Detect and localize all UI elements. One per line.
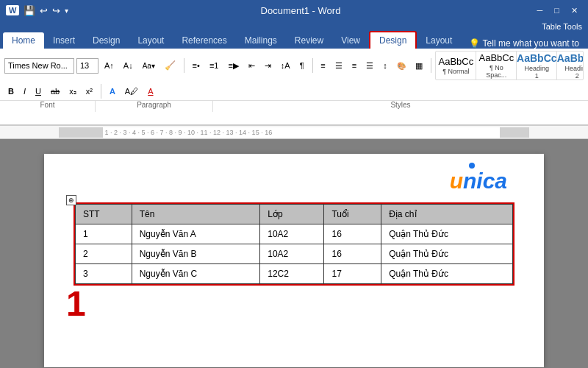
text-highlight-button[interactable]: A🖊 xyxy=(121,84,142,99)
tab-insert[interactable]: Insert xyxy=(44,32,84,49)
tab-layout2[interactable]: Layout xyxy=(417,32,461,49)
align-left-button[interactable]: ≡ xyxy=(317,58,329,73)
style-nospace[interactable]: AaBbCc ¶ No Spac... xyxy=(476,52,517,79)
ruler-numbers: 1 · 2 · 3 · 4 · 5 · 6 · 7 · 8 · 9 · 10 ·… xyxy=(103,129,272,136)
quick-undo-icon[interactable]: ↩ xyxy=(40,5,48,16)
paragraph-group-label: Paragraph xyxy=(96,101,213,112)
tell-me-area[interactable]: 💡 Tell me what you want to xyxy=(461,38,585,49)
tab-design2[interactable]: Design xyxy=(369,31,417,49)
tab-design[interactable]: Design xyxy=(84,32,129,49)
style-heading1[interactable]: AaBbCc Heading 1 xyxy=(517,52,557,79)
font-color-button[interactable]: A xyxy=(144,84,157,99)
customize-icon[interactable]: ▾ xyxy=(65,7,68,15)
increase-indent-button[interactable]: ⇥ xyxy=(261,58,275,73)
style-normal[interactable]: AaBbCc ¶ Normal xyxy=(436,52,476,79)
clear-format-button[interactable]: 🧹 xyxy=(161,58,179,73)
subscript-button[interactable]: x₂ xyxy=(65,84,80,99)
ribbon: A↑ A↓ Aa▾ 🧹 ≡• ≡1 ≡▶ ⇤ ⇥ ↕A ¶ ≡ ☰ ≡ ☰ ↕ … xyxy=(0,49,588,126)
italic-button[interactable]: I xyxy=(20,84,29,99)
unica-nica: nica xyxy=(463,169,507,193)
word-logo: W xyxy=(6,5,19,15)
ribbon-row2: B I U ab x₂ x² A A🖊 A xyxy=(0,82,588,100)
tell-me-text: Tell me what you want to xyxy=(483,38,579,49)
cell-stt-1: 1 xyxy=(76,224,132,244)
tab-home[interactable]: Home xyxy=(3,32,44,49)
ribbon-group-labels: Font Paragraph Styles xyxy=(0,100,588,112)
ruler-margin-left xyxy=(59,127,103,138)
decrease-font-button[interactable]: A↓ xyxy=(120,58,137,73)
style-heading2[interactable]: AaBbCd Heading 2 xyxy=(557,52,584,79)
superscript-button[interactable]: x² xyxy=(82,84,96,99)
ruler-inner: 1 · 2 · 3 · 4 · 5 · 6 · 7 · 8 · 9 · 10 ·… xyxy=(103,127,500,138)
cell-lop-3: 12C2 xyxy=(260,264,324,284)
quick-save-icon[interactable]: 💾 xyxy=(24,5,35,16)
style-nospace-label: ¶ No Spac... xyxy=(482,64,510,79)
cell-tuoi-3: 17 xyxy=(324,264,381,284)
window-controls: ─ □ ✕ xyxy=(533,6,582,15)
style-normal-sample: AaBbCc xyxy=(439,56,474,67)
cell-diachi-1: Quận Thủ Đức xyxy=(381,224,513,244)
cell-diachi-2: Quận Thủ Đức xyxy=(381,244,513,264)
text-effects-button[interactable]: A xyxy=(106,84,119,99)
unica-logo: unica xyxy=(74,169,514,194)
change-case-button[interactable]: Aa▾ xyxy=(139,58,159,73)
font-name-input[interactable] xyxy=(4,58,74,74)
unica-dot xyxy=(469,163,475,169)
decrease-indent-button[interactable]: ⇤ xyxy=(245,58,259,73)
document-page: unica ⊕ STT Tên Lớp Tuổi Địa chỉ xyxy=(44,154,544,367)
marker-1: 1 xyxy=(66,283,86,324)
underline-button[interactable]: U xyxy=(32,84,45,99)
tab-mailings[interactable]: Mailings xyxy=(236,32,286,49)
table-row: 2 Nguyễn Văn B 10A2 16 Quận Thủ Đức xyxy=(76,244,513,264)
table-container: ⊕ STT Tên Lớp Tuổi Địa chỉ 1 xyxy=(74,202,514,288)
cell-lop-1: 10A2 xyxy=(260,224,324,244)
borders-button[interactable]: ▦ xyxy=(412,58,426,73)
cell-stt-2: 2 xyxy=(76,244,132,264)
cell-ten-2: Nguyễn Văn B xyxy=(132,244,260,264)
col-header-tuoi: Tuổi xyxy=(324,205,381,224)
col-header-ten: Tên xyxy=(132,205,260,224)
minimize-icon[interactable]: ─ xyxy=(533,6,548,15)
table-handle[interactable]: ⊕ xyxy=(66,195,76,205)
show-marks-button[interactable]: ¶ xyxy=(296,58,308,73)
style-heading1-label: Heading 1 xyxy=(523,65,551,79)
bullet-list-button[interactable]: ≡• xyxy=(189,58,204,73)
page-area: 1 unica ⊕ STT Tên Lớp Tuổi xyxy=(0,139,588,368)
tab-view[interactable]: View xyxy=(332,32,369,49)
maximize-icon[interactable]: □ xyxy=(550,6,564,15)
cell-stt-3: 3 xyxy=(76,264,132,284)
tab-layout[interactable]: Layout xyxy=(129,32,173,49)
align-right-button[interactable]: ≡ xyxy=(348,58,360,73)
numbered-list-button[interactable]: ≡1 xyxy=(206,58,223,73)
style-nospace-sample: AaBbCc xyxy=(479,52,514,63)
quick-redo-icon[interactable]: ↪ xyxy=(52,5,60,16)
shading-button[interactable]: 🎨 xyxy=(393,58,409,73)
ruler-margin-right xyxy=(500,127,529,138)
ribbon-tab-row: Home Insert Design Layout References Mai… xyxy=(0,31,588,49)
font-size-input[interactable] xyxy=(76,58,98,74)
sep2 xyxy=(312,58,313,73)
data-table: STT Tên Lớp Tuổi Địa chỉ 1 Nguyễn Văn A … xyxy=(75,204,513,284)
style-heading2-label: Heading 2 xyxy=(563,65,584,79)
cell-tuoi-2: 16 xyxy=(324,244,381,264)
unica-text: unica xyxy=(450,169,507,193)
increase-font-button[interactable]: A↑ xyxy=(101,58,118,73)
tab-review[interactable]: Review xyxy=(286,32,332,49)
tabs-area: Table Tools Home Insert Design Layout Re… xyxy=(0,21,588,49)
cell-ten-3: Nguyễn Văn C xyxy=(132,264,260,284)
styles-group-label: Styles xyxy=(213,101,588,112)
tab-references[interactable]: References xyxy=(173,32,235,49)
table-row: 1 Nguyễn Văn A 10A2 16 Quận Thủ Đức xyxy=(76,224,513,244)
close-icon[interactable]: ✕ xyxy=(567,6,582,15)
strikethrough-button[interactable]: ab xyxy=(47,84,63,99)
justify-button[interactable]: ☰ xyxy=(362,58,377,73)
table-header-row: STT Tên Lớp Tuổi Địa chỉ xyxy=(76,205,513,224)
sort-button[interactable]: ↕A xyxy=(277,58,294,73)
align-center-button[interactable]: ☰ xyxy=(331,58,346,73)
title-bar: W 💾 ↩ ↪ ▾ Document1 - Word ─ □ ✕ xyxy=(0,0,588,21)
bold-button[interactable]: B xyxy=(4,84,18,99)
line-spacing-button[interactable]: ↕ xyxy=(379,58,391,73)
multilevel-list-button[interactable]: ≡▶ xyxy=(224,58,242,73)
style-heading1-sample: AaBbCc xyxy=(517,52,556,64)
table-tools-label: Table Tools xyxy=(0,21,588,31)
